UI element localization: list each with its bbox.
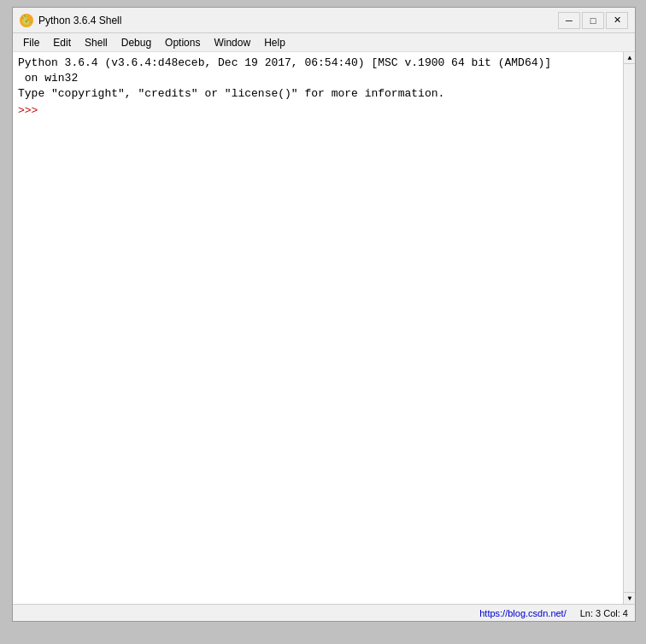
menu-bar: File Edit Shell Debug Options Window Hel… (13, 33, 635, 52)
menu-file[interactable]: File (16, 35, 46, 50)
python-shell-window: 🐍 Python 3.6.4 Shell ─ □ ✕ File Edit She… (12, 7, 636, 622)
scroll-down-button[interactable]: ▼ (624, 592, 635, 604)
title-bar-left: 🐍 Python 3.6.4 Shell (20, 14, 121, 27)
status-position: Ln: 3 Col: 4 (580, 608, 628, 618)
maximize-button[interactable]: □ (582, 12, 604, 29)
minimize-button[interactable]: ─ (558, 12, 580, 29)
close-button[interactable]: ✕ (606, 12, 628, 29)
status-bar: https://blog.csdn.net/ Ln: 3 Col: 4 (13, 604, 635, 621)
prompt-line[interactable]: >>> (18, 102, 618, 118)
menu-shell[interactable]: Shell (78, 35, 115, 50)
platform-line: on win32 (18, 71, 618, 86)
menu-window[interactable]: Window (207, 35, 257, 50)
menu-debug[interactable]: Debug (115, 35, 158, 50)
scroll-track (624, 64, 635, 592)
status-url: https://blog.csdn.net/ (479, 608, 567, 618)
menu-help[interactable]: Help (257, 35, 292, 50)
python-version-line: Python 3.6.4 (v3.6.4:d48eceb, Dec 19 201… (18, 56, 618, 71)
title-bar: 🐍 Python 3.6.4 Shell ─ □ ✕ (13, 8, 635, 33)
scroll-up-button[interactable]: ▲ (624, 52, 635, 64)
shell-prompt: >>> (18, 104, 38, 117)
shell-text-area[interactable]: Python 3.6.4 (v3.6.4:d48eceb, Dec 19 201… (13, 52, 623, 604)
content-area: Python 3.6.4 (v3.6.4:d48eceb, Dec 19 201… (13, 52, 635, 604)
window-title: Python 3.6.4 Shell (38, 15, 121, 26)
type-hint-line: Type "copyright", "credits" or "license(… (18, 86, 618, 102)
menu-edit[interactable]: Edit (46, 35, 78, 50)
menu-options[interactable]: Options (158, 35, 207, 50)
python-icon: 🐍 (20, 14, 33, 27)
vertical-scrollbar[interactable]: ▲ ▼ (623, 52, 635, 604)
window-controls: ─ □ ✕ (558, 12, 628, 29)
